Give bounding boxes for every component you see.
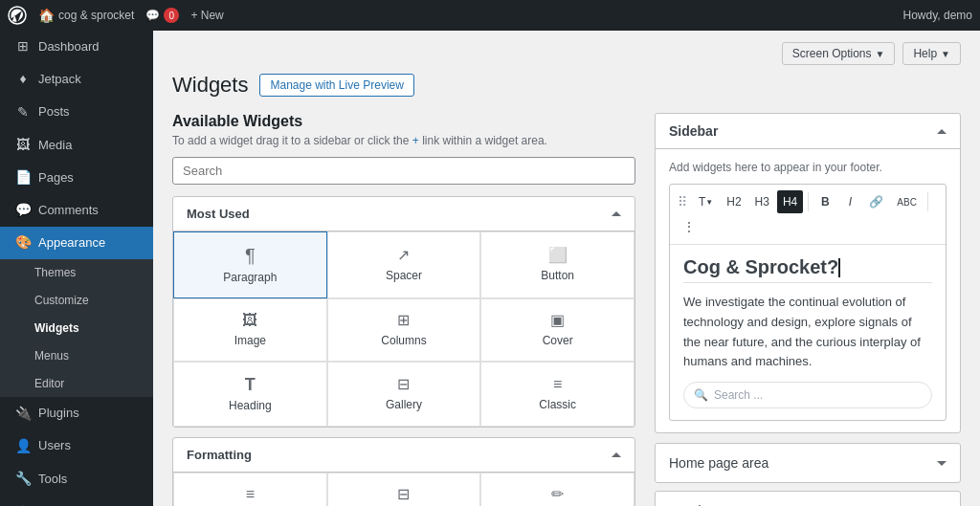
content-grid: Available Widgets To add a widget drag i… xyxy=(172,113,961,506)
sidebar-item-dashboard[interactable]: ⊞ Dashboard xyxy=(0,31,153,63)
toolbar-h4-button[interactable]: H4 xyxy=(777,190,803,213)
sidebar-item-plugins[interactable]: 🔌 Plugins xyxy=(0,397,153,429)
sidebar-item-posts[interactable]: ✎ Posts xyxy=(0,96,153,128)
preformatted-icon: ⊟ xyxy=(397,487,410,502)
editor-heading[interactable]: Cog & Sprocket? xyxy=(683,256,932,283)
sidebar-item-settings[interactable]: ⚙ Settings xyxy=(0,495,153,506)
admin-bar: 🏠 cog & sprocket 💬 0 + New Howdy, demo xyxy=(0,0,980,31)
users-icon: 👤 xyxy=(15,439,31,454)
sidebar-item-editor[interactable]: Editor xyxy=(0,370,153,398)
screen-options-button[interactable]: Screen Options ▼ xyxy=(782,42,896,65)
chevron-up-icon xyxy=(612,452,621,457)
widget-search-input[interactable] xyxy=(172,157,635,185)
comments-link[interactable]: 💬 0 xyxy=(145,8,179,23)
sidebar-item-menus[interactable]: Menus xyxy=(0,342,153,370)
sidebar-item-pages[interactable]: 📄 Pages xyxy=(0,162,153,194)
home-page-area-header[interactable]: Home page area xyxy=(656,444,960,482)
verse-icon: ✏ xyxy=(551,487,564,502)
dropdown-arrow: ▼ xyxy=(705,198,713,207)
widget-preformatted[interactable]: ⊟ Preformatted xyxy=(327,473,481,506)
toolbar-more-button[interactable]: ⋮ xyxy=(678,215,701,238)
howdy-text: Howdy, demo xyxy=(903,9,972,22)
main-content: Screen Options ▼ Help ▼ Widgets Manage w… xyxy=(153,31,980,506)
widget-spacer[interactable]: ↗ Spacer xyxy=(327,231,481,298)
home-page-area-panel: Home page area xyxy=(655,443,961,483)
widget-button[interactable]: ⬜ Button xyxy=(480,231,635,298)
most-used-group: Most Used ¶ Paragraph ↗ Spacer xyxy=(172,196,635,428)
most-used-grid: ¶ Paragraph ↗ Spacer ⬜ Button xyxy=(173,231,635,427)
sidebar-nav: ⊞ Dashboard ♦ Jetpack ✎ Posts 🖼 Media 📄 … xyxy=(0,31,153,506)
editor-toolbar: ⠿ T ▼ H2 H3 H4 B I xyxy=(670,185,946,245)
columns-icon: ⊞ xyxy=(397,313,410,328)
posts-icon: ✎ xyxy=(15,104,31,120)
cover-icon: ▣ xyxy=(550,313,565,328)
widget-cover[interactable]: ▣ Cover xyxy=(480,298,635,362)
most-used-group-header[interactable]: Most Used xyxy=(173,197,635,231)
widget-heading[interactable]: T Heading xyxy=(173,362,327,427)
chevron-down-icon xyxy=(937,461,947,466)
gallery-icon: ⊟ xyxy=(397,377,410,392)
formatting-group-header[interactable]: Formatting xyxy=(173,438,635,473)
sidebar-item-users[interactable]: 👤 Users xyxy=(0,429,153,462)
sidebar-item-appearance[interactable]: 🎨 Appearance xyxy=(0,227,153,259)
toolbar-h2-button[interactable]: H2 xyxy=(721,190,746,213)
sidebar-item-themes[interactable]: Themes xyxy=(0,259,153,287)
classic-icon: ≡ xyxy=(553,377,562,392)
wp-logo[interactable] xyxy=(8,6,27,25)
editor-body-text[interactable]: We investigate the continual evolution o… xyxy=(683,293,932,372)
sidebar-widget-area: Sidebar Add widgets here to appear in yo… xyxy=(655,113,961,433)
chevron-down-icon: ▼ xyxy=(876,49,885,59)
editor-content: Cog & Sprocket? We investigate the conti… xyxy=(670,245,946,420)
page-header: Widgets Manage with Live Preview xyxy=(172,73,961,98)
sidebar-subtitle: Add widgets here to appear in your foote… xyxy=(669,161,947,174)
sidebar-item-widgets[interactable]: Widgets xyxy=(0,315,153,342)
toolbar-t-button[interactable]: T ▼ xyxy=(693,190,719,213)
manage-live-preview-button[interactable]: Manage with Live Preview xyxy=(259,74,413,97)
editor-search-widget[interactable]: 🔍 Search ... xyxy=(683,382,932,408)
header-area-header[interactable]: Header xyxy=(656,492,960,506)
sidebar-item-tools[interactable]: 🔧 Tools xyxy=(0,463,153,495)
toolbar-italic-button[interactable]: I xyxy=(838,190,861,213)
toolbar-abc-button[interactable]: ABC xyxy=(891,190,923,213)
plus-link[interactable]: + xyxy=(412,134,419,147)
formatting-group: Formatting ≡ Classic ⊟ Preformatted xyxy=(172,437,635,506)
new-content-link[interactable]: + New xyxy=(190,9,223,22)
widget-paragraph[interactable]: ¶ Paragraph xyxy=(173,231,327,298)
toolbar-bold-button[interactable]: B xyxy=(813,190,836,213)
sidebar-item-comments[interactable]: 💬 Comments xyxy=(0,194,153,227)
chevron-up-icon xyxy=(937,129,947,134)
widget-verse[interactable]: ✏ Verse xyxy=(480,473,635,506)
site-name[interactable]: 🏠 cog & sprocket xyxy=(38,8,134,23)
toolbar-link-button[interactable]: 🔗 xyxy=(863,190,889,213)
classic2-icon: ≡ xyxy=(246,487,255,502)
available-widgets-desc: To add a widget drag it to a sidebar or … xyxy=(172,134,635,147)
header-area-panel: Header xyxy=(655,491,961,506)
formatting-grid: ≡ Classic ⊟ Preformatted ✏ Verse <> xyxy=(173,473,635,506)
widget-image[interactable]: 🖼 Image xyxy=(173,298,327,362)
help-button[interactable]: Help ▼ xyxy=(902,42,961,65)
media-icon: 🖼 xyxy=(15,138,31,153)
pages-icon: 📄 xyxy=(15,170,31,186)
chevron-up-icon xyxy=(612,211,621,216)
widget-classic[interactable]: ≡ Classic xyxy=(480,362,635,427)
widget-columns[interactable]: ⊞ Columns xyxy=(327,298,481,362)
widget-gallery[interactable]: ⊟ Gallery xyxy=(327,362,481,427)
sidebar-item-media[interactable]: 🖼 Media xyxy=(0,129,153,162)
appearance-icon: 🎨 xyxy=(15,235,31,251)
page-title: Widgets xyxy=(172,73,248,98)
drag-handle[interactable]: ⠿ xyxy=(678,194,687,209)
toolbar-separator xyxy=(808,192,809,211)
toolbar-h3-button[interactable]: H3 xyxy=(749,190,775,213)
heading-icon: T xyxy=(245,376,256,393)
chevron-down-icon: ▼ xyxy=(941,49,950,59)
search-icon: 🔍 xyxy=(694,388,708,402)
sidebar-item-jetpack[interactable]: ♦ Jetpack xyxy=(0,63,153,96)
button-icon: ⬜ xyxy=(548,248,568,263)
widget-classic-2[interactable]: ≡ Classic xyxy=(173,473,327,506)
dashboard-icon: ⊞ xyxy=(15,39,31,55)
sidebar-item-customize[interactable]: Customize xyxy=(0,287,153,315)
comments-icon: 💬 xyxy=(15,203,31,218)
available-widgets-panel: Available Widgets To add a widget drag i… xyxy=(172,113,635,506)
available-widgets-title: Available Widgets xyxy=(172,113,635,130)
sidebar-widget-header[interactable]: Sidebar xyxy=(656,114,960,149)
